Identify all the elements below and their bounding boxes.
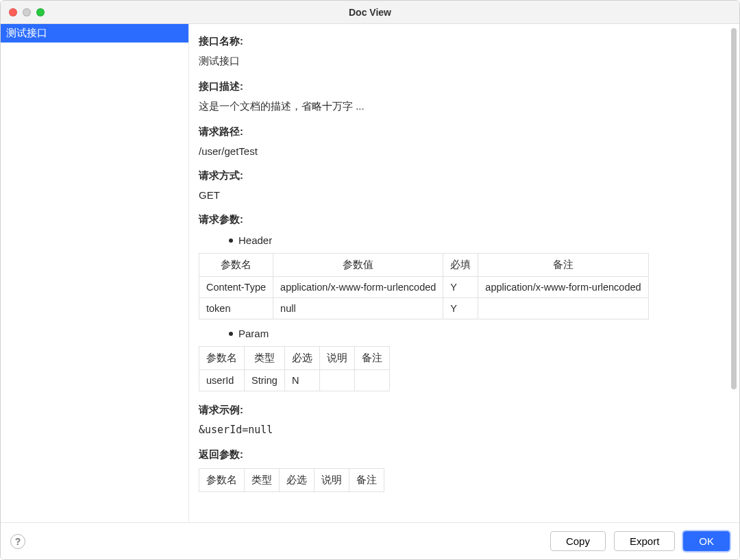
cell-type: String (245, 370, 285, 391)
th-name: 参数名 (199, 254, 273, 277)
th-remark: 备注 (354, 347, 389, 370)
titlebar: Doc View (1, 1, 739, 24)
scrollbar[interactable] (731, 28, 737, 516)
cell-desc (319, 370, 354, 391)
th-desc: 说明 (319, 347, 354, 370)
header-bullet-label: Header (238, 234, 272, 246)
close-icon[interactable] (9, 8, 17, 16)
window-controls (9, 8, 45, 16)
bullet-icon (229, 332, 233, 336)
content: 测试接口 接口名称: 测试接口 接口描述: 这是一个文档的描述，省略十万字 ..… (1, 24, 739, 522)
resp-table: 参数名 类型 必选 说明 备注 (199, 468, 384, 492)
cell-name: Content-Type (199, 277, 273, 298)
cell-required: Y (443, 298, 478, 319)
th-name: 参数名 (199, 469, 245, 492)
th-desc: 说明 (314, 469, 349, 492)
table-row: Content-Type application/x-www-form-urle… (199, 277, 649, 298)
table-header-row: 参数名 类型 必选 说明 备注 (199, 347, 390, 370)
param-table: 参数名 类型 必选 说明 备注 userId String N (199, 346, 390, 391)
req-example-label: 请求示例: (199, 404, 719, 417)
th-value: 参数值 (273, 254, 443, 277)
api-name-value: 测试接口 (199, 55, 719, 68)
cell-optional: N (284, 370, 319, 391)
th-name: 参数名 (199, 347, 245, 370)
path-label: 请求路径: (199, 125, 719, 138)
cell-remark (354, 370, 389, 391)
cell-value: application/x-www-form-urlencoded (273, 277, 443, 298)
cell-name: token (199, 298, 273, 319)
th-type: 类型 (245, 347, 285, 370)
method-value: GET (199, 189, 719, 201)
header-table: 参数名 参数值 必填 备注 Content-Type application/x… (199, 253, 649, 319)
path-value: /user/getTest (199, 145, 719, 157)
table-header-row: 参数名 参数值 必填 备注 (199, 254, 649, 277)
main-panel: 接口名称: 测试接口 接口描述: 这是一个文档的描述，省略十万字 ... 请求路… (189, 24, 739, 522)
method-label: 请求方式: (199, 169, 719, 182)
param-bullet-label: Param (238, 328, 269, 339)
th-type: 类型 (245, 469, 280, 492)
cell-required: Y (443, 277, 478, 298)
th-remark: 备注 (478, 254, 648, 277)
table-header-row: 参数名 类型 必选 说明 备注 (199, 469, 384, 492)
api-name-label: 接口名称: (199, 35, 719, 48)
export-button[interactable]: Export (614, 531, 675, 551)
th-remark: 备注 (349, 469, 384, 492)
footer-buttons: Copy Export OK (550, 531, 730, 551)
window-title: Doc View (349, 7, 391, 18)
sidebar-item-api[interactable]: 测试接口 (1, 24, 188, 42)
header-bullet: Header (229, 234, 719, 246)
th-optional: 必选 (280, 469, 314, 492)
help-button[interactable]: ? (10, 534, 25, 549)
copy-button[interactable]: Copy (550, 531, 606, 551)
th-required: 必填 (443, 254, 478, 277)
req-params-label: 请求参数: (199, 213, 719, 226)
cell-remark (478, 298, 648, 319)
ok-button[interactable]: OK (683, 531, 730, 551)
scrollbar-thumb[interactable] (731, 28, 737, 389)
req-example-value: &userId=null (199, 424, 719, 436)
cell-remark: application/x-www-form-urlencoded (478, 277, 648, 298)
cell-value: null (273, 298, 443, 319)
api-desc-value: 这是一个文档的描述，省略十万字 ... (199, 100, 719, 113)
footer: ? Copy Export OK (1, 522, 739, 559)
api-desc-label: 接口描述: (199, 80, 719, 93)
resp-params-label: 返回参数: (199, 448, 719, 461)
th-optional: 必选 (284, 347, 319, 370)
sidebar: 测试接口 (1, 24, 189, 522)
app-window: Doc View 测试接口 接口名称: 测试接口 接口描述: 这是一个文档的描述… (0, 0, 740, 560)
bullet-icon (229, 239, 233, 243)
table-row: userId String N (199, 370, 390, 391)
doc-content: 接口名称: 测试接口 接口描述: 这是一个文档的描述，省略十万字 ... 请求路… (189, 24, 728, 522)
minimize-icon[interactable] (23, 8, 31, 16)
maximize-icon[interactable] (36, 8, 45, 16)
param-bullet: Param (229, 328, 719, 339)
cell-name: userId (199, 370, 245, 391)
table-row: token null Y (199, 298, 649, 319)
